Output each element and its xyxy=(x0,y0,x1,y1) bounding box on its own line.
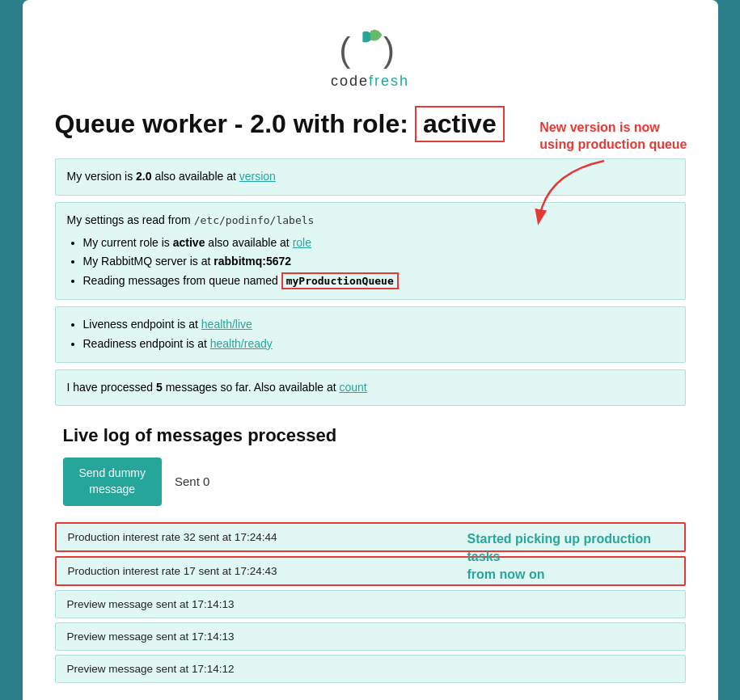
annotation-active: New version is nowusing production queue xyxy=(531,120,687,230)
live-log-title: Live log of messages processed xyxy=(63,425,686,446)
log-item: Preview message sent at 17:14:13 xyxy=(55,622,686,651)
send-area: Send dummymessage Sent 0 xyxy=(55,458,686,505)
logo-area: ( ) codefresh xyxy=(55,24,686,90)
send-dummy-button[interactable]: Send dummymessage xyxy=(63,458,162,505)
svg-text:): ) xyxy=(383,31,395,69)
endpoints-block: Liveness endpoint is at health/live Read… xyxy=(55,306,686,363)
settings-item-role: My current role is active also available… xyxy=(83,234,674,253)
role-link[interactable]: role xyxy=(293,236,311,249)
codefresh-logo: ( ) xyxy=(338,24,403,73)
title-prefix: Queue worker - 2.0 with role: xyxy=(55,109,408,139)
main-card: ( ) codefresh Queue worker - 2.0 with ro… xyxy=(23,0,718,700)
sent-count: Sent 0 xyxy=(175,474,209,488)
processed-text-after: messages so far. Also available at xyxy=(166,381,340,394)
log-item: Preview message sent at 17:14:13 xyxy=(55,590,686,618)
logo-text: codefresh xyxy=(331,73,409,90)
log-section: Production interest rate 32 sent at 17:2… xyxy=(55,522,686,683)
processed-block: I have processed 5 messages so far. Also… xyxy=(55,369,686,407)
settings-path: /etc/podinfo/labels xyxy=(194,214,315,226)
version-number: 2.0 xyxy=(136,170,151,183)
liveness-link[interactable]: health/live xyxy=(201,318,252,331)
count-link[interactable]: count xyxy=(340,381,367,394)
settings-item-rabbitmq: My RabbitMQ server is at rabbitmq:5672 xyxy=(83,252,674,272)
svg-text:(: ( xyxy=(339,31,350,69)
processed-text-before: I have processed xyxy=(67,381,157,394)
annotation-production: Started picking up production tasksfrom … xyxy=(467,530,678,584)
queue-name-highlight: myProductionQueue xyxy=(281,272,399,289)
title-role-badge: active xyxy=(415,106,505,142)
log-item: Preview message sent at 17:14:12 xyxy=(55,655,686,683)
settings-item-queue: Reading messages from queue named myProd… xyxy=(83,272,674,291)
endpoint-readiness: Readiness endpoint is at health/ready xyxy=(83,335,674,354)
readiness-link[interactable]: health/ready xyxy=(210,337,273,350)
version-link[interactable]: version xyxy=(239,170,276,183)
processed-count: 5 xyxy=(156,381,163,394)
version-text-before: My version is xyxy=(67,170,137,183)
annotation-active-arrow xyxy=(531,157,620,230)
version-text-after: also available at xyxy=(154,170,239,183)
endpoint-liveness: Liveness endpoint is at health/live xyxy=(83,315,674,335)
settings-intro: My settings as read from xyxy=(67,213,194,226)
